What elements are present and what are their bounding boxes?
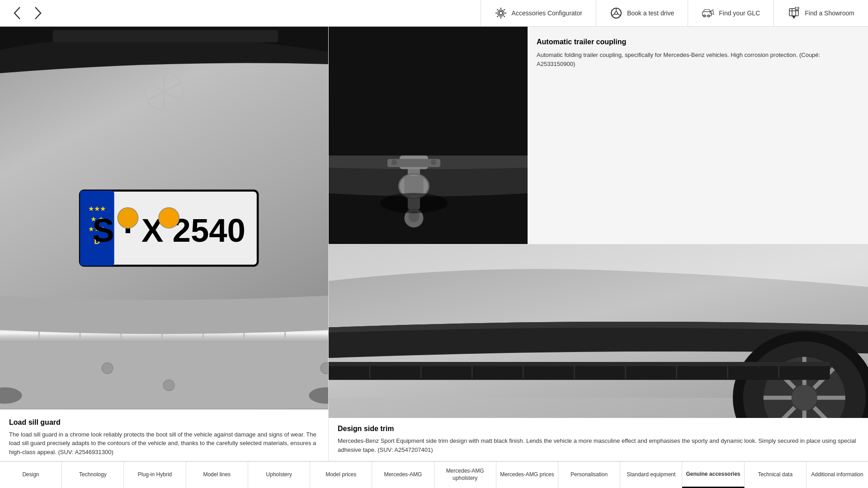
svg-text:★★★: ★★★ <box>88 205 106 212</box>
nav-technical-data[interactable]: Technical data <box>745 462 807 488</box>
book-test-drive-label: Book a test drive <box>627 9 674 17</box>
nav-upholstery[interactable]: Upholstery <box>248 462 310 488</box>
svg-point-3 <box>615 12 618 14</box>
trailer-coupling-section: Automatic trailer coupling Automatic fol… <box>328 27 868 244</box>
find-glc-label: Find your GLC <box>719 9 760 17</box>
bottom-navigation: Design Technology Plug-in Hybrid Model l… <box>0 461 868 488</box>
svg-line-6 <box>618 14 620 16</box>
car-rear-image: ★★★ ★ ★ ★★★ D S · X 2540 <box>0 27 328 409</box>
nav-genuine-accessories[interactable]: Genuine accessories <box>682 462 744 488</box>
svg-rect-20 <box>53 30 278 42</box>
svg-point-41 <box>321 363 328 374</box>
svg-line-5 <box>612 14 615 16</box>
side-trim-image <box>329 244 868 418</box>
nav-model-lines[interactable]: Model lines <box>186 462 248 488</box>
svg-point-30 <box>159 208 179 228</box>
accessories-configurator-label: Accessories Configurator <box>512 9 582 17</box>
main-content: ★★★ ★ ★ ★★★ D S · X 2540 <box>0 27 868 461</box>
side-trim-title: Design side trim <box>338 425 859 433</box>
svg-point-53 <box>431 160 436 165</box>
svg-point-10 <box>710 11 714 14</box>
svg-point-40 <box>163 380 174 391</box>
svg-point-29 <box>118 208 138 228</box>
nav-design[interactable]: Design <box>0 462 62 488</box>
svg-text:?: ? <box>712 9 714 11</box>
steering-wheel-icon <box>610 7 623 19</box>
nav-plug-in-hybrid[interactable]: Plug-in Hybrid <box>124 462 186 488</box>
svg-rect-71 <box>329 362 830 366</box>
svg-point-54 <box>380 193 448 213</box>
load-sill-guard-title: Load sill guard <box>9 418 319 427</box>
trailer-coupling-image <box>329 27 528 244</box>
svg-point-39 <box>102 363 113 374</box>
prev-button[interactable] <box>9 5 25 21</box>
car-search-icon: ? <box>702 7 714 19</box>
find-showroom-label: Find a Showroom <box>805 9 854 17</box>
main-image-container: ★★★ ★ ★ ★★★ D S · X 2540 <box>0 27 328 409</box>
nav-model-prices[interactable]: Model prices <box>310 462 372 488</box>
svg-point-61 <box>792 385 817 410</box>
svg-text:?: ? <box>796 7 798 10</box>
nav-mercedes-amg-upholstery[interactable]: Mercedes-AMG upholstery <box>434 462 496 488</box>
left-panel: ★★★ ★ ★ ★★★ D S · X 2540 <box>0 27 328 461</box>
location-icon: ? <box>788 7 800 19</box>
nav-additional-information[interactable]: Additional information <box>807 462 868 488</box>
header-actions: Accessories Configurator Book a test dri… <box>481 0 868 26</box>
find-glc-link[interactable]: ? Find your GLC <box>688 0 774 26</box>
trailer-coupling-title: Automatic trailer coupling <box>537 38 859 46</box>
side-trim-text: Mercedes-Benz Sport Equipment side trim … <box>338 436 859 454</box>
side-trim-section: Design side trim Mercedes-Benz Sport Equ… <box>328 244 868 461</box>
load-sill-guard-text: The load sill guard in a chrome look rel… <box>9 430 319 457</box>
header: Accessories Configurator Book a test dri… <box>0 0 868 27</box>
gear-icon <box>495 7 507 19</box>
trailer-coupling-text: Automatic folding trailer coupling, spec… <box>537 51 859 68</box>
find-showroom-link[interactable]: ? Find a Showroom <box>774 0 868 26</box>
trailer-coupling-description: Automatic trailer coupling Automatic fol… <box>528 27 868 244</box>
nav-technology[interactable]: Technology <box>62 462 124 488</box>
load-sill-guard-description: Load sill guard The load sill guard in a… <box>0 409 328 461</box>
nav-mercedes-amg[interactable]: Mercedes-AMG <box>372 462 434 488</box>
svg-point-52 <box>392 160 397 165</box>
svg-line-11 <box>713 14 714 15</box>
next-button[interactable] <box>30 5 46 21</box>
svg-point-0 <box>499 11 503 15</box>
right-panel: Automatic trailer coupling Automatic fol… <box>328 27 868 461</box>
nav-arrows <box>0 0 55 26</box>
nav-personalisation[interactable]: Personalisation <box>558 462 620 488</box>
accessories-configurator-link[interactable]: Accessories Configurator <box>481 0 596 26</box>
nav-mercedes-amg-prices[interactable]: Mercedes-AMG prices <box>496 462 558 488</box>
nav-standard-equipment[interactable]: Standard equipment <box>620 462 682 488</box>
side-trim-description: Design side trim Mercedes-Benz Sport Equ… <box>329 418 868 461</box>
book-test-drive-link[interactable]: Book a test drive <box>596 0 688 26</box>
